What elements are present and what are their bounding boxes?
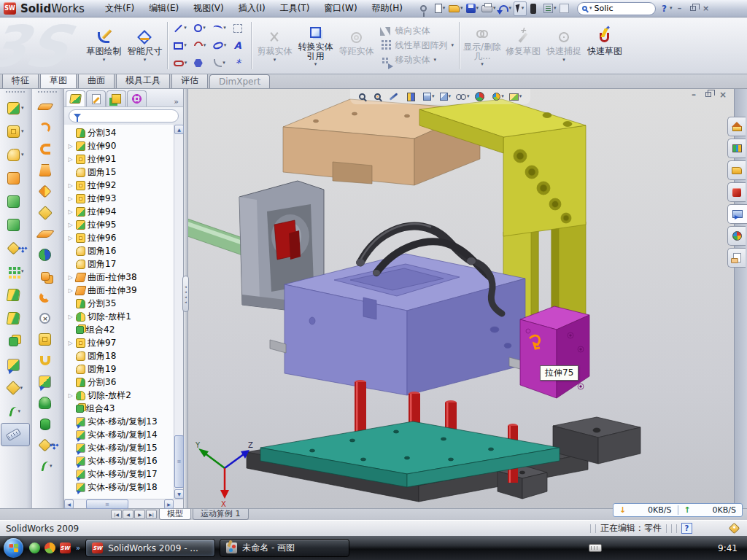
boundary-boss-icon[interactable]: ▾ <box>1 213 30 236</box>
doc-restore-button[interactable] <box>703 90 713 99</box>
expand-arrow-icon[interactable]: ▷ <box>67 235 74 241</box>
tree-item-body-move-copy16[interactable]: ▷ 实体-移动/复制16 <box>67 454 173 467</box>
quicklaunch-solidworks-icon[interactable]: SW <box>59 542 71 554</box>
menu-edit[interactable]: 编辑(E) <box>142 0 186 17</box>
freeform-icon[interactable]: ▾ <box>33 413 62 435</box>
dimxpertmanager-tab[interactable] <box>127 90 147 106</box>
start-button[interactable] <box>4 538 23 558</box>
flex-icon[interactable]: ▾ <box>33 181 62 202</box>
offset-surface-icon[interactable]: ▾ <box>33 202 62 223</box>
tab-evaluate[interactable]: 评估 <box>171 72 208 88</box>
tree-item-extrude95[interactable]: ▷ 拉伸95 <box>67 218 173 231</box>
tree-item-extrude97[interactable]: ▷ 拉伸97 <box>67 336 173 349</box>
curves-icon[interactable]: ▾ <box>1 400 30 423</box>
next-tab-button[interactable]: ▶ <box>134 510 145 519</box>
convert-entities-button[interactable]: 转换实体引用▾ <box>295 19 336 72</box>
tree-item-extrude90[interactable]: ▷ 拉伸90 <box>67 139 173 152</box>
instant3d-icon[interactable]: ▾ <box>1 423 30 446</box>
tray-shield-plus-icon[interactable] <box>685 543 694 553</box>
view-orientation-icon[interactable]: ▾ <box>423 93 435 101</box>
view-settings-icon[interactable]: ▾ <box>509 93 522 101</box>
trim-entities-button[interactable]: 剪裁实体▾ <box>254 19 295 72</box>
expand-arrow-icon[interactable]: ▷ <box>67 156 74 163</box>
smart-dimension-button[interactable]: 智能尺寸▾ <box>124 19 165 72</box>
toolbar-grip[interactable] <box>6 91 25 93</box>
arc-tool[interactable]: ▾ <box>190 37 209 55</box>
sketch-options-icon[interactable]: ▾ <box>559 1 573 16</box>
zoom-area-icon[interactable]: ▾ <box>374 93 384 100</box>
taskbar-clock[interactable]: 9:41 <box>718 543 738 553</box>
tree-item-extrude91[interactable]: ▷ 拉伸91 <box>67 152 173 166</box>
repair-sketch-button[interactable]: 修复草图▾ <box>503 19 543 72</box>
helix-icon[interactable]: ▾ <box>33 244 62 265</box>
revolved-surface-icon[interactable]: ▾ <box>33 117 62 139</box>
tree-item-extrude94[interactable]: ▷ 拉伸94 <box>67 205 173 218</box>
move-copy-body-icon[interactable]: ▾ <box>1 353 30 376</box>
tree-item-cut-loft1[interactable]: ▷ 切除-放样1 <box>67 310 173 323</box>
model-tab[interactable]: 模型 <box>159 509 191 520</box>
dropdown-caret[interactable]: ▾ <box>493 6 496 11</box>
manager-overflow-button[interactable]: » <box>171 97 182 106</box>
tree-item-body-move-copy18[interactable]: ▷ 实体-移动/复制18 <box>67 481 173 494</box>
quicklaunch-messenger-icon[interactable] <box>28 542 40 554</box>
tree-item-split36[interactable]: ▷ 分割36 <box>67 376 173 389</box>
dropdown-caret[interactable]: ▾ <box>443 6 446 11</box>
restore-button[interactable] <box>687 4 699 14</box>
expand-arrow-icon[interactable]: ▷ <box>67 195 74 202</box>
linear-pattern-icon[interactable]: ▾ <box>1 260 30 283</box>
expand-arrow-icon[interactable]: ▷ <box>67 274 74 281</box>
tab-mold-tools[interactable]: 模具工具 <box>116 72 170 88</box>
rectangle-tool[interactable]: ▾ <box>170 37 190 55</box>
save-icon[interactable]: ▾ <box>465 1 480 16</box>
print-icon[interactable]: ▾ <box>481 1 497 16</box>
tree-item-fillet17[interactable]: ▷ 圆角17 <box>67 257 173 271</box>
combine-icon[interactable]: ▾ <box>1 330 30 353</box>
replace-face-icon[interactable]: ▾ <box>33 329 62 350</box>
spline-tool[interactable]: ▾ <box>209 20 229 37</box>
dropdown-caret[interactable]: ▾ <box>460 6 463 11</box>
featuremanager-tab[interactable] <box>66 90 85 106</box>
tree-item-fillet18[interactable]: ▷ 圆角18 <box>67 349 173 362</box>
tree-item-extrude93[interactable]: ▷ 拉伸93 <box>67 192 173 205</box>
minimize-button[interactable]: – <box>674 4 686 14</box>
swept-surface-icon[interactable]: ▾ <box>33 96 62 117</box>
prev-tab-button[interactable]: ◀ <box>123 510 133 519</box>
ellipse-tool[interactable]: ▾ <box>209 37 229 55</box>
offset-entities-button[interactable]: 等距实体▾ <box>336 19 376 72</box>
section-view-icon[interactable]: ▾ <box>407 93 419 101</box>
marquee-select-tool[interactable]: ▾ <box>229 20 249 37</box>
tree-item-fillet19[interactable]: ▷ 圆角19 <box>67 362 173 376</box>
tree-item-body-move-copy14[interactable]: ▷ 实体-移动/复制14 <box>67 428 173 441</box>
display-delete-relations-button[interactable]: 显示/删除几...▾ <box>462 19 503 72</box>
home-tab[interactable] <box>727 117 746 136</box>
planar-surface-icon[interactable]: ▾ <box>33 223 62 244</box>
scroll-left-button[interactable]: ◀ <box>64 499 74 509</box>
split-body-icon[interactable]: ▾ <box>1 306 30 330</box>
extruded-cut-icon[interactable]: ▾ <box>1 120 30 143</box>
tree-vertical-scrollbar[interactable]: ▲ ≡ ▼ <box>174 125 183 499</box>
menu-tools[interactable]: 工具(T) <box>273 0 317 17</box>
mirror-entities-button[interactable]: 镜向实体▾ <box>379 25 454 38</box>
reference-geometry-icon[interactable]: ▾ <box>1 376 30 400</box>
viewport-canvas[interactable]: Y Z X <box>188 89 734 508</box>
tag-icon[interactable] <box>729 523 740 534</box>
display-style-icon[interactable]: ▾ <box>440 93 452 101</box>
dropdown-caret[interactable]: ▾ <box>509 6 512 11</box>
tree-item-combine42[interactable]: ▷ 组合42 <box>67 323 173 336</box>
scroll-thumb[interactable]: ≡ <box>174 435 184 488</box>
extruded-boss-icon[interactable]: ▾ <box>1 96 30 120</box>
hide-show-items-icon[interactable]: ▾ <box>456 94 470 99</box>
custom-properties-tab[interactable] <box>727 248 746 268</box>
graphics-viewport[interactable]: Y Z X ▾▾▾▾▾▾▾▾▾▾ – × 拉伸75 <box>188 89 734 508</box>
toolbar-grip[interactable] <box>38 91 57 93</box>
part-insert-block[interactable] <box>520 306 589 398</box>
slot-tool[interactable]: ▾ <box>170 55 190 72</box>
tree-filter-box[interactable] <box>69 109 179 122</box>
scroll-down-button[interactable]: ▼ <box>174 489 184 499</box>
expand-arrow-icon[interactable]: ▷ <box>67 222 74 228</box>
tab-dimxpert[interactable]: DimXpert <box>209 74 270 88</box>
tree-item-fillet15[interactable]: ▷ 圆角15 <box>67 166 173 179</box>
tray-antivirus-icon[interactable] <box>619 543 629 553</box>
doc-minimize-button[interactable]: – <box>689 90 699 99</box>
performance-icon[interactable]: ▾ <box>528 1 541 16</box>
